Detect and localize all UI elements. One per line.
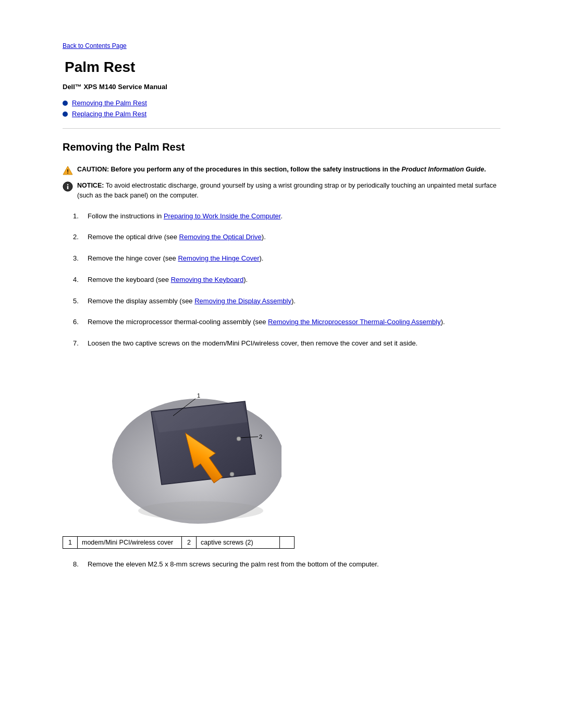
step-4-num: 4.: [73, 275, 88, 286]
step-4-content: Remove the keyboard (see Removing the Ke…: [88, 275, 500, 286]
step-6-link[interactable]: Removing the Microprocessor Thermal-Cool…: [268, 318, 440, 326]
step-6: 6. Remove the microprocessor thermal-coo…: [73, 317, 500, 328]
bullet-icon-2: [63, 112, 68, 117]
diagram-image: 1 2: [94, 360, 282, 526]
caution-text: CAUTION: Before you perform any of the p…: [77, 165, 486, 175]
step-7: 7. Loosen the two captive screws on the …: [73, 338, 500, 349]
section-removing-title: Removing the Palm Rest: [63, 141, 500, 153]
svg-text:2: 2: [259, 434, 262, 440]
step-1-content: Follow the instructions in Preparing to …: [88, 211, 500, 222]
parts-table: 1 modem/Mini PCI/wireless cover 2 captiv…: [63, 536, 295, 549]
svg-point-3: [67, 184, 68, 185]
step-5-num: 5.: [73, 296, 88, 307]
caution-body: Before you perform any of the procedures…: [111, 166, 486, 173]
step-8-num: 8.: [73, 559, 88, 570]
caution-label: CAUTION:: [77, 166, 109, 173]
step-5: 5. Remove the display assembly (see Remo…: [73, 296, 500, 307]
step-7-num: 7.: [73, 338, 88, 349]
part-empty: [280, 537, 295, 549]
svg-text:!: !: [67, 168, 69, 175]
manual-title: Dell™ XPS M140 Service Manual: [63, 83, 500, 91]
step-5-link[interactable]: Removing the Display Assembly: [194, 297, 291, 305]
step-6-content: Remove the microprocessor thermal-coolin…: [88, 317, 500, 328]
notice-label: NOTICE:: [77, 182, 104, 189]
step-2: 2. Remove the optical drive (see Removin…: [73, 232, 500, 243]
step-7-content: Loosen the two captive screws on the mod…: [88, 338, 500, 349]
svg-point-14: [230, 472, 234, 476]
bullet-icon: [63, 101, 68, 106]
part-label-2: captive screws (2): [197, 537, 280, 549]
caution-box: ! CAUTION: Before you perform any of the…: [63, 165, 500, 176]
parts-table-row: 1 modem/Mini PCI/wireless cover 2 captiv…: [63, 537, 295, 549]
toc-item-removing: Removing the Palm Rest: [63, 99, 500, 107]
step-5-content: Remove the display assembly (see Removin…: [88, 296, 500, 307]
step-6-num: 6.: [73, 317, 88, 328]
svg-rect-4: [67, 186, 68, 189]
step-1-num: 1.: [73, 211, 88, 222]
toc-item-replacing: Replacing the Palm Rest: [63, 110, 500, 118]
step-3-link[interactable]: Removing the Hinge Cover: [178, 254, 259, 262]
step-4-link[interactable]: Removing the Keyboard: [171, 276, 243, 283]
step-1-link[interactable]: Preparing to Work Inside the Computer: [164, 212, 281, 220]
step-2-link[interactable]: Removing the Optical Drive: [179, 233, 262, 241]
part-label-1: modem/Mini PCI/wireless cover: [78, 537, 182, 549]
notice-text: NOTICE: To avoid electrostatic discharge…: [77, 181, 500, 201]
toc-link-replacing[interactable]: Replacing the Palm Rest: [72, 110, 146, 118]
step-2-num: 2.: [73, 232, 88, 243]
section-divider: [63, 128, 500, 129]
diagram-container: 1 2: [94, 360, 282, 528]
part-num-2: 2: [182, 537, 197, 549]
steps-list: 1. Follow the instructions in Preparing …: [73, 211, 500, 350]
toc-link-removing[interactable]: Removing the Palm Rest: [72, 99, 147, 107]
svg-point-15: [138, 501, 263, 520]
step-3-num: 3.: [73, 253, 88, 264]
svg-text:1: 1: [197, 392, 200, 399]
page-title: Palm Rest: [63, 59, 500, 76]
back-to-contents-link[interactable]: Back to Contents Page: [63, 42, 127, 50]
step-3: 3. Remove the hinge cover (see Removing …: [73, 253, 500, 264]
step-3-content: Remove the hinge cover (see Removing the…: [88, 253, 500, 264]
notice-box: NOTICE: To avoid electrostatic discharge…: [63, 181, 500, 201]
part-num-1: 1: [63, 537, 78, 549]
step-2-content: Remove the optical drive (see Removing t…: [88, 232, 500, 243]
caution-icon: !: [63, 165, 73, 176]
step-1: 1. Follow the instructions in Preparing …: [73, 211, 500, 222]
notice-icon: [63, 181, 73, 192]
step-8-content: Remove the eleven M2.5 x 8-mm screws sec…: [88, 559, 500, 570]
notice-body: To avoid electrostatic discharge, ground…: [77, 182, 496, 199]
toc-list: Removing the Palm Rest Replacing the Pal…: [63, 99, 500, 118]
steps-list-continued: 8. Remove the eleven M2.5 x 8-mm screws …: [73, 559, 500, 570]
step-4: 4. Remove the keyboard (see Removing the…: [73, 275, 500, 286]
step-8: 8. Remove the eleven M2.5 x 8-mm screws …: [73, 559, 500, 570]
svg-point-13: [237, 437, 241, 441]
